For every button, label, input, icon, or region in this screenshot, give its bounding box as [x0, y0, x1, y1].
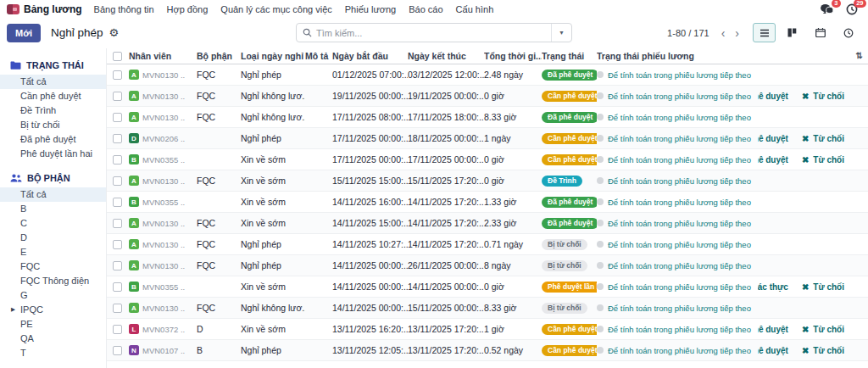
sidebar-item-b-t-ch-i[interactable]: Bị từ chối [0, 118, 106, 132]
row-checkbox[interactable] [113, 325, 122, 334]
sidebar-item-fqc-th-ng-i-n[interactable]: FQC Thông điện [0, 274, 106, 288]
sidebar-item-ipqc[interactable]: ▶IPQC [0, 303, 106, 317]
row-checkbox[interactable] [113, 134, 122, 143]
refuse-button[interactable]: ✖Từ chối [802, 346, 844, 355]
payslip-status-dot [597, 92, 604, 99]
table-row[interactable]: AMVN0130 ..FQCNghỉ không lươ...17/11/202… [107, 107, 868, 128]
table-row[interactable]: AMVN0130 ..FQCNghỉ phép14/11/2025 10:27:… [107, 234, 868, 255]
row-checkbox[interactable] [113, 113, 122, 122]
sidebar-item-fqc[interactable]: FQC [0, 259, 106, 274]
sidebar-item-b[interactable]: B [0, 202, 106, 216]
row-checkbox[interactable] [113, 198, 122, 207]
sidebar-item-qa[interactable]: QA [0, 332, 106, 346]
activities-icon[interactable]: 29 [846, 3, 860, 15]
approve-button[interactable]: Phê duyệt [758, 155, 788, 164]
start-date-cell: 14/11/2025 16:00:... [332, 197, 408, 207]
table-row[interactable]: AMVN0130 ..FQCXin về sớm15/11/2025 15:00… [107, 170, 868, 192]
search-input[interactable]: Tìm kiếm... ▼ [296, 23, 572, 42]
sidebar-item-c-n-ph-duy-t[interactable]: Cần phê duyệt [0, 89, 106, 103]
department-cell: FQC [197, 91, 241, 101]
col-department[interactable]: Bộ phận [197, 51, 241, 61]
row-checkbox[interactable] [113, 261, 122, 270]
approve-button[interactable]: Phê duyệt [758, 325, 788, 334]
end-date-cell: 17/11/2025 00:00:... [408, 154, 484, 164]
table-row[interactable]: NMVN0107 ..BNghỉ phép13/11/2025 12:05:..… [107, 340, 868, 361]
sidebar-item-ph-duy-t-l-n-hai[interactable]: Phê duyệt lần hai [0, 147, 106, 161]
refuse-button[interactable]: ✖Từ chối [802, 134, 844, 143]
sidebar-item--ph-duy-t[interactable]: Đã phê duyệt [0, 132, 106, 147]
approve-button[interactable]: Phê duyệt [758, 346, 788, 355]
sidebar-item-g[interactable]: G [0, 288, 106, 303]
col-payslip-status[interactable]: Trạng thái phiếu lương [597, 51, 758, 61]
messages-icon[interactable]: 3 [821, 3, 834, 15]
refuse-button[interactable]: ✖Từ chối [802, 282, 844, 292]
end-date-cell: 13/11/2025 17:20:... [408, 345, 484, 355]
col-end-date[interactable]: Ngày kết thúc [408, 51, 484, 61]
col-status[interactable]: Trạng thái [542, 51, 597, 61]
table-row[interactable]: AMVN0130 ..FQCXin về sớm14/11/2025 15:00… [107, 213, 868, 234]
row-checkbox[interactable] [113, 219, 122, 228]
approve-button[interactable]: Phê duyệt [758, 92, 788, 101]
sidebar-item-t-t-c-[interactable]: Tất cả [0, 75, 106, 89]
refuse-button[interactable]: ✖Từ chối [802, 325, 844, 334]
start-date-cell: 14/11/2025 00:00:... [332, 260, 408, 270]
row-checkbox[interactable] [113, 176, 122, 186]
sidebar-item-e[interactable]: E [0, 245, 106, 259]
row-checkbox[interactable] [113, 346, 122, 355]
validate-button[interactable]: ✔Xác thực [758, 282, 788, 292]
sidebar-item-pe[interactable]: PE [0, 317, 106, 332]
messages-badge: 3 [832, 0, 841, 8]
table-row[interactable]: AMVN0130 ..FQCNghỉ không lươ...14/11/202… [107, 298, 868, 319]
table-row[interactable]: BMVN0355 ..Xin về sớm14/11/2025 00:00:..… [107, 276, 868, 298]
row-checkbox[interactable] [113, 155, 122, 164]
search-dropdown-toggle[interactable]: ▼ [551, 24, 571, 42]
col-leave-type[interactable]: Loại ngày nghỉ [241, 51, 305, 61]
view-calendar-button[interactable] [809, 23, 832, 42]
department-cell: B [197, 345, 241, 355]
table-row[interactable]: AMVN0130 ..FQCNghỉ phép14/11/2025 00:00:… [107, 255, 868, 276]
select-all-checkbox[interactable] [113, 52, 122, 61]
nav-menu-item[interactable]: Hợp đồng [167, 4, 209, 14]
pager-prev-button[interactable]: ‹ [716, 25, 731, 41]
sidebar-item-t[interactable]: T [0, 346, 106, 360]
leave-type-cell: Nghỉ không lươ... [241, 112, 305, 122]
col-total-time[interactable]: Tổng thời gi... [484, 51, 542, 61]
nav-menu-item[interactable]: Báo cáo [409, 4, 442, 14]
row-checkbox[interactable] [113, 304, 122, 313]
row-checkbox[interactable] [113, 282, 122, 292]
sidebar-item-d[interactable]: D [0, 231, 106, 245]
row-checkbox[interactable] [113, 70, 122, 80]
refuse-button[interactable]: ✖Từ chối [802, 155, 844, 164]
view-kanban-button[interactable] [781, 23, 804, 42]
view-list-button[interactable] [753, 23, 776, 42]
sidebar-item-t-t-c-[interactable]: Tất cả [0, 187, 106, 202]
expand-arrow-icon[interactable]: ▶ [11, 306, 15, 313]
table-row[interactable]: BMVN0355 ..Xin về sớm17/11/2025 00:00:..… [107, 149, 868, 170]
row-checkbox[interactable] [113, 240, 122, 249]
col-description[interactable]: Mô tả [305, 51, 332, 61]
table-row[interactable]: DMVN0206 ..Nghỉ phép17/11/2025 00:00:...… [107, 128, 868, 149]
nav-menu-item[interactable]: Phiếu lương [345, 4, 396, 14]
col-employee[interactable]: Nhân viên [129, 51, 197, 61]
row-checkbox[interactable] [113, 92, 122, 101]
nav-menu-item[interactable]: Cấu hình [456, 4, 494, 14]
refuse-button[interactable]: ✖Từ chối [802, 92, 844, 101]
sidebar-item-c[interactable]: C [0, 216, 106, 231]
col-start-date[interactable]: Ngày bắt đầu [332, 51, 408, 61]
employee-code: MVN0130 .. [142, 70, 185, 80]
table-row[interactable]: AMVN0130 ..FQCNghỉ không lươ...19/11/202… [107, 86, 868, 107]
sidebar-item--tr-nh[interactable]: Đề Trình [0, 103, 106, 118]
table-row[interactable]: LMVN0372 ..DXin về sớm13/11/2025 16:20:.… [107, 319, 868, 340]
nav-menu-item[interactable]: Bảng thông tin [94, 4, 154, 14]
gear-icon[interactable]: ⚙ [109, 27, 120, 38]
pager-next-button[interactable]: › [730, 25, 744, 41]
table-row[interactable]: BMVN0355 ..Xin về sớm14/11/2025 16:00:..… [107, 192, 868, 213]
payslip-status-label: Để tính toán trong phiếu lương tiếp theo [608, 219, 751, 228]
new-button[interactable]: Mới [7, 24, 41, 42]
optional-columns-toggle-icon[interactable]: ⇅ [856, 51, 863, 60]
approve-button[interactable]: Phê duyệt [758, 134, 788, 143]
view-activity-button[interactable] [837, 23, 860, 42]
app-switcher[interactable]: Bảng lương [7, 3, 82, 15]
table-row[interactable]: AMVN0130 ..FQCNghỉ phép01/12/2025 07:00:… [107, 64, 868, 86]
nav-menu-item[interactable]: Quản lý các mục công việc [220, 4, 331, 14]
